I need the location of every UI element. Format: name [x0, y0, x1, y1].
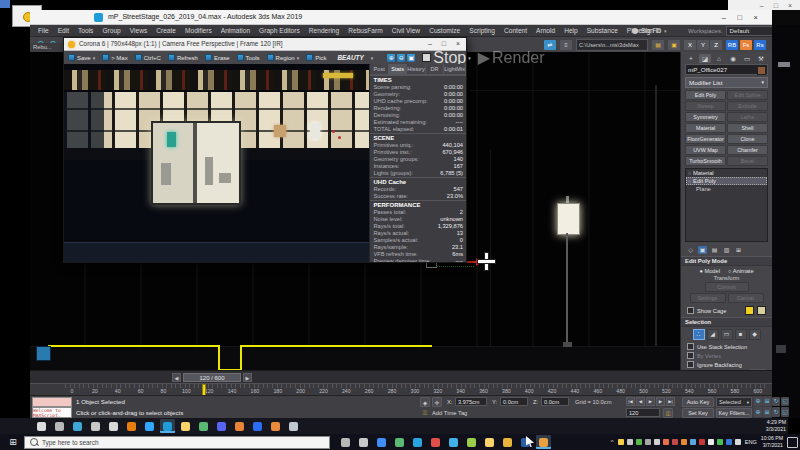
nav-icon[interactable]: ⊕	[754, 408, 762, 417]
corona-toolbar-button[interactable]: Region ▾	[267, 54, 300, 61]
taskbar-app-icon[interactable]	[286, 419, 301, 433]
axis-button[interactable]: X	[684, 40, 696, 50]
tray-icon[interactable]	[645, 439, 651, 445]
frame-prev-button[interactable]: ◀	[172, 373, 181, 382]
radio-model[interactable]: ● Model	[699, 268, 720, 274]
corona-titlebar[interactable]: Corona 6 | 790x448px (1:1) | Camera Free…	[64, 38, 466, 51]
tray-icon[interactable]	[690, 439, 696, 445]
sign-in-button[interactable]: Sign In ▾	[632, 26, 666, 35]
zoom-icon[interactable]: ▣	[407, 54, 415, 62]
taskbar-app-icon[interactable]	[88, 419, 103, 433]
stats-tab[interactable]: History	[407, 64, 425, 74]
viewport-corner-widget[interactable]	[36, 346, 51, 361]
key-mode-icon[interactable]: ⚿	[663, 408, 673, 418]
taskbar-app-icon[interactable]	[446, 435, 461, 449]
modifier-button[interactable]: UVW Map	[685, 145, 726, 155]
axis-button[interactable]: Y	[697, 40, 709, 50]
modifier-list-dropdown[interactable]: Modifier List ▾	[685, 77, 768, 88]
menu-item[interactable]: Views	[130, 27, 147, 34]
render-area[interactable]	[64, 64, 369, 262]
command-panel-tab[interactable]: ◪	[699, 54, 711, 63]
maxscript-mini-listener-white[interactable]: Welcome to MAXScript.	[32, 407, 72, 418]
nav-icon[interactable]: ↻	[772, 408, 780, 417]
modifier-button[interactable]: Extrude	[727, 101, 768, 111]
taskbar-app-icon[interactable]	[410, 435, 425, 449]
stack-tool-icon[interactable]: ▤	[710, 246, 719, 254]
render-element-dropdown[interactable]: BEAUTY	[337, 54, 363, 61]
playback-button[interactable]: ▶|	[666, 397, 675, 406]
taskbar-app-icon[interactable]	[392, 435, 407, 449]
taskbar-app-icon[interactable]	[482, 435, 497, 449]
zoom-icon[interactable]: ⊕	[387, 54, 395, 62]
taskbar-app-icon[interactable]	[250, 419, 265, 433]
commit-button[interactable]: Commit	[705, 282, 749, 292]
selection-set-dropdown[interactable]: Selected ▾	[716, 397, 752, 407]
tray-icon[interactable]	[654, 439, 660, 445]
stack-tool-icon[interactable]: ⊞	[734, 246, 743, 254]
taskbar-app-icon[interactable]	[214, 419, 229, 433]
by-vertex-checkbox[interactable]	[687, 352, 694, 359]
stack-tool-icon[interactable]: ◇	[686, 246, 695, 254]
toolbar-chip[interactable]: RB	[726, 40, 738, 50]
menu-item[interactable]: Customize	[429, 27, 460, 34]
tray-icon[interactable]	[681, 439, 687, 445]
menu-item[interactable]: Create	[156, 27, 176, 34]
menu-item[interactable]: Tools	[78, 27, 93, 34]
playback-button[interactable]: |◀	[626, 397, 635, 406]
cancel-button[interactable]: Cancel	[728, 293, 764, 303]
menu-item[interactable]: Scripting	[469, 27, 495, 34]
stack-tool-icon[interactable]: ▣	[698, 246, 707, 254]
subobject-level-icon[interactable]: ▭	[721, 329, 733, 340]
visibility-icon[interactable]: ○	[688, 170, 691, 176]
tray-icon[interactable]	[663, 439, 669, 445]
subobject-level-icon[interactable]: ∴	[693, 329, 705, 340]
corona-toolbar-button[interactable]: Erase ▾	[205, 54, 230, 61]
subobject-level-icon[interactable]: ■	[735, 329, 747, 340]
corona-toolbar-button[interactable]: > Max ▾	[102, 54, 128, 61]
taskbar-app-icon[interactable]	[52, 419, 67, 433]
command-panel-tab[interactable]: ◉	[727, 54, 739, 63]
visibility-icon[interactable]: ○	[688, 178, 691, 184]
project-path-dropdown[interactable]: C:\Users\n...nts\3dsMax	[576, 39, 648, 51]
modifier-button[interactable]: FloorGenerator	[685, 134, 726, 144]
modifier-button[interactable]: Edit Poly	[685, 90, 726, 100]
toolbar-chip[interactable]: Fs	[740, 40, 752, 50]
tray-icon[interactable]	[726, 439, 732, 445]
taskbar-app-icon[interactable]	[70, 419, 85, 433]
subobject-level-icon[interactable]: ◆	[749, 329, 761, 340]
layer-icon[interactable]: ▤	[652, 40, 664, 50]
tray-icon[interactable]	[699, 439, 705, 445]
tray-icon[interactable]	[636, 439, 642, 445]
modifier-button[interactable]: Sweep	[685, 101, 726, 111]
key-filters-button[interactable]: Key Filters...	[716, 408, 752, 418]
language-indicator[interactable]: ENG	[745, 439, 757, 445]
cage-selected-color-swatch[interactable]	[757, 306, 766, 315]
menu-item[interactable]: Rendering	[309, 27, 339, 34]
playback-button[interactable]: ◀	[636, 397, 645, 406]
modifier-button[interactable]: Clone	[727, 134, 768, 144]
tray-expand-icon[interactable]: ^	[611, 439, 614, 445]
stats-tab[interactable]: Stats	[389, 64, 407, 74]
zoom-icon[interactable]: ⊖	[397, 54, 405, 62]
menu-item[interactable]: Animation	[221, 27, 250, 34]
start-button[interactable]: ⊞	[6, 436, 20, 448]
corona-toolbar-button[interactable]: Tools ▾	[237, 54, 260, 61]
menu-item[interactable]: File	[38, 27, 49, 34]
add-time-tag[interactable]: Add Time Tag	[432, 410, 467, 416]
taskbar-app-icon[interactable]	[500, 435, 515, 449]
tray-icon[interactable]	[672, 439, 678, 445]
axis-button[interactable]: Z	[710, 40, 722, 50]
menu-item[interactable]: RebusFarm	[348, 27, 382, 34]
selection-lock-icon[interactable]: ◈	[420, 397, 430, 407]
settings-button[interactable]: Settings	[690, 293, 726, 303]
notification-icon[interactable]	[787, 437, 798, 448]
modifier-stack-row[interactable]: ○ Plane	[686, 185, 767, 193]
ignore-backfacing-checkbox[interactable]	[687, 361, 694, 368]
stats-tab[interactable]: LightMix	[444, 64, 466, 74]
track-bar[interactable]: 0204060801001201401601802002202402602803…	[30, 383, 772, 395]
menu-item[interactable]: Substance	[587, 27, 618, 34]
render-button[interactable]: ▶ Render	[478, 48, 545, 67]
corona-close-icon[interactable]: ×	[456, 40, 460, 47]
corona-minimize-icon[interactable]: –	[428, 40, 432, 47]
taskbar-app-icon[interactable]	[196, 419, 211, 433]
